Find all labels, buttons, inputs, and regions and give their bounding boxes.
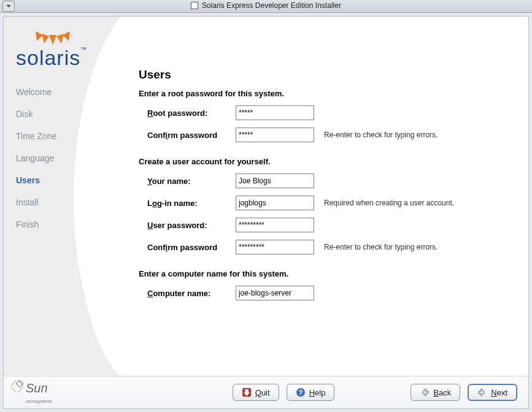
solaris-logo: solaris™ bbox=[16, 24, 120, 70]
sidebar-item-welcome[interactable]: Welcome bbox=[16, 81, 120, 103]
section-root-password: Enter a root password for this system. bbox=[139, 89, 510, 98]
arrow-left-icon bbox=[420, 387, 430, 397]
chevron-down-icon bbox=[6, 3, 12, 9]
help-button[interactable]: ? Help bbox=[287, 384, 335, 401]
computer-name-input[interactable] bbox=[236, 286, 314, 300]
root-password-input[interactable] bbox=[236, 105, 314, 120]
login-name-label: Log-in name: bbox=[147, 199, 227, 208]
window-menu-button[interactable] bbox=[2, 1, 15, 12]
installer-window: Solaris Express Developer Edition Instal… bbox=[0, 0, 532, 412]
root-password-label: Root password: bbox=[147, 109, 227, 118]
sun-rays-icon bbox=[16, 24, 90, 46]
svg-text:?: ? bbox=[298, 389, 303, 396]
footer-bar: Sun. microsystems Quit ? bbox=[4, 376, 528, 408]
confirm-user-password-label: Confirm password bbox=[147, 243, 227, 252]
sun-logo: Sun. microsystems bbox=[11, 380, 52, 405]
confirm-root-password-input[interactable] bbox=[236, 128, 314, 142]
window-icon bbox=[191, 2, 198, 9]
quit-button[interactable]: Quit bbox=[233, 384, 279, 401]
confirm-user-hint: Re-enter to check for typing errors. bbox=[324, 243, 510, 251]
sidebar-item-finish[interactable]: Finish bbox=[16, 213, 120, 235]
svg-rect-0 bbox=[17, 380, 23, 387]
help-icon: ? bbox=[296, 387, 306, 397]
sidebar-item-users[interactable]: Users bbox=[16, 169, 120, 191]
sidebar-item-timezone[interactable]: Time Zone bbox=[16, 125, 120, 147]
your-name-label: Your name: bbox=[147, 177, 227, 186]
computer-name-label: Computer name: bbox=[147, 289, 227, 298]
wizard-steps: Welcome Disk Time Zone Language Users In… bbox=[16, 81, 120, 235]
arrow-right-icon bbox=[477, 387, 487, 397]
sidebar: solaris™ Welcome Disk Time Zone Language… bbox=[4, 17, 120, 376]
login-name-input[interactable] bbox=[236, 196, 314, 210]
page-title: Users bbox=[139, 68, 510, 82]
sidebar-item-language[interactable]: Language bbox=[16, 147, 120, 169]
confirm-user-password-input[interactable] bbox=[236, 240, 314, 254]
confirm-root-password-label: Confirm password bbox=[147, 131, 227, 140]
confirm-root-hint: Re-enter to check for typing errors. bbox=[324, 131, 510, 139]
user-password-label: User password: bbox=[147, 221, 227, 230]
back-button[interactable]: Back bbox=[411, 384, 460, 401]
sidebar-item-install[interactable]: Install bbox=[16, 191, 120, 213]
sun-diamond-icon bbox=[11, 380, 23, 392]
user-password-input[interactable] bbox=[236, 218, 314, 232]
section-user-account: Create a user account for yourself. bbox=[139, 157, 510, 166]
quit-icon bbox=[242, 387, 252, 397]
next-button[interactable]: Next bbox=[468, 384, 517, 401]
your-name-input[interactable] bbox=[236, 174, 314, 188]
main-panel: Users Enter a root password for this sys… bbox=[120, 17, 528, 376]
sidebar-item-disk[interactable]: Disk bbox=[16, 103, 120, 125]
brand-name: solaris™ bbox=[16, 46, 87, 70]
window-title: Solaris Express Developer Edition Instal… bbox=[202, 1, 341, 10]
section-computer-name: Enter a computer name for this system. bbox=[139, 269, 510, 278]
title-bar: Solaris Express Developer Edition Instal… bbox=[0, 0, 532, 13]
login-name-hint: Required when creating a user account. bbox=[324, 199, 510, 207]
